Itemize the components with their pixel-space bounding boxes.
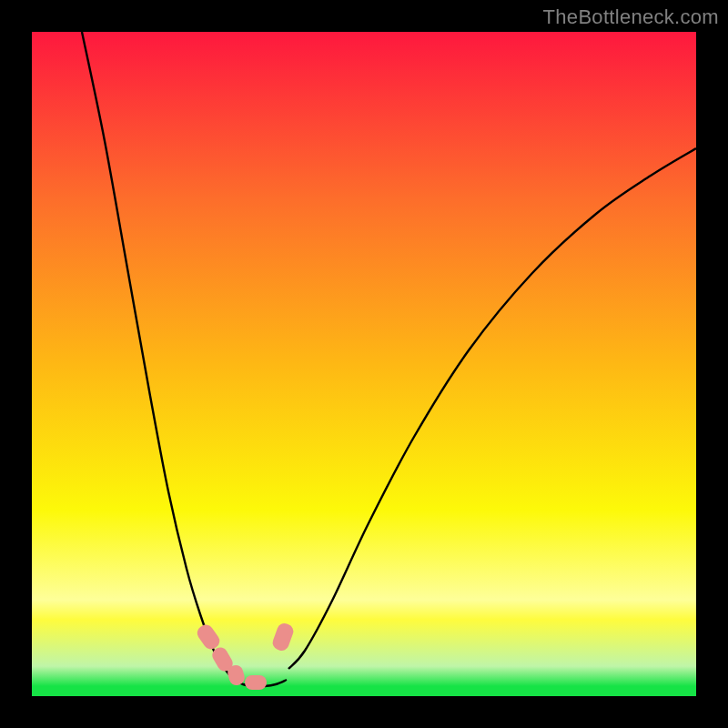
chart-stage: TheBottleneck.com	[0, 0, 728, 728]
watermark-text: TheBottleneck.com	[543, 5, 719, 29]
curve-left-branch	[82, 32, 234, 680]
valley-marker	[245, 675, 267, 690]
plot-area	[32, 32, 696, 696]
bottleneck-curve	[32, 32, 696, 696]
curve-right-branch	[288, 148, 696, 669]
